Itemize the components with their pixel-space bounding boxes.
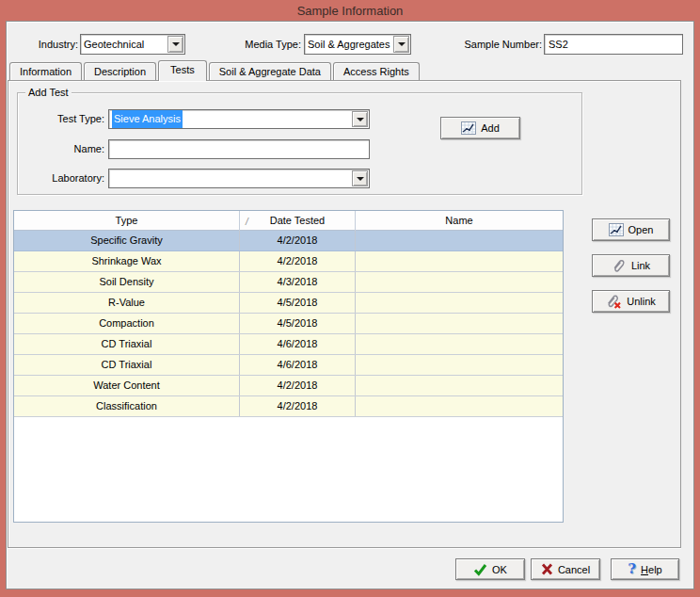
media-type-value: Soil & Aggregates xyxy=(308,36,390,54)
chevron-down-icon[interactable] xyxy=(352,111,368,127)
cell-type: Water Content xyxy=(14,376,240,395)
cell-name xyxy=(356,272,563,292)
tab-description[interactable]: Description xyxy=(84,62,156,80)
tests-table: Type / Date Tested Name Specific Gravity… xyxy=(13,210,564,523)
cell-type: Compaction xyxy=(14,314,240,333)
dialog-body: Industry: Geotechnical Media Type: Soil … xyxy=(6,21,694,589)
cell-name xyxy=(356,314,563,333)
unlink-button-label: Unlink xyxy=(627,296,656,307)
chart-icon xyxy=(461,121,476,135)
table-row[interactable]: Classification4/2/2018 xyxy=(14,396,563,417)
test-type-label: Test Type: xyxy=(24,109,104,129)
slash-sort-indicator: / xyxy=(246,213,248,232)
cell-name xyxy=(356,376,563,395)
tab-tests[interactable]: Tests xyxy=(158,60,207,81)
cell-name xyxy=(356,334,563,354)
paperclip-icon xyxy=(612,258,627,273)
link-button[interactable]: Link xyxy=(592,254,670,277)
ok-button-label: OK xyxy=(492,564,507,575)
cell-type: CD Triaxial xyxy=(14,355,240,375)
check-icon xyxy=(473,563,487,576)
add-test-groupbox: Add Test Test Type: Sieve Analysis Name:… xyxy=(17,92,582,195)
sample-information-window: Sample Information Industry: Geotechnica… xyxy=(0,0,700,597)
table-row[interactable]: CD Triaxial4/6/2018 xyxy=(14,355,563,376)
cell-date-tested: 4/2/2018 xyxy=(240,231,356,250)
column-header-name-label: Name xyxy=(445,215,472,226)
test-type-value: Sieve Analysis xyxy=(112,110,183,128)
column-header-name[interactable]: Name xyxy=(356,211,563,231)
table-row[interactable]: CD Triaxial4/6/2018 xyxy=(14,334,563,355)
open-button-label: Open xyxy=(628,224,654,235)
cancel-button[interactable]: Cancel xyxy=(531,558,600,580)
cell-date-tested: 4/5/2018 xyxy=(240,314,356,333)
cell-date-tested: 4/5/2018 xyxy=(240,293,356,313)
test-table-body: Specific Gravity4/2/2018Shrinkage Wax4/2… xyxy=(14,231,563,417)
cell-date-tested: 4/6/2018 xyxy=(240,334,356,354)
cell-name xyxy=(356,251,563,271)
cell-name xyxy=(356,293,563,313)
unlink-button[interactable]: Unlink xyxy=(592,290,670,313)
tab-soil-aggregate-data[interactable]: Soil & Aggregate Data xyxy=(209,62,331,80)
column-header-date-tested-label: Date Tested xyxy=(270,215,326,226)
link-button-label: Link xyxy=(631,260,650,271)
cell-name xyxy=(356,396,563,416)
name-label: Name: xyxy=(24,139,104,159)
chevron-down-icon[interactable] xyxy=(167,36,183,53)
column-header-type[interactable]: Type xyxy=(14,211,240,231)
table-row[interactable]: Specific Gravity4/2/2018 xyxy=(14,231,563,251)
table-row[interactable]: Compaction4/5/2018 xyxy=(14,314,563,334)
add-test-group-label: Add Test xyxy=(25,86,72,99)
laboratory-label: Laboratory: xyxy=(24,169,104,188)
tab-information[interactable]: Information xyxy=(9,62,82,80)
laboratory-combobox[interactable] xyxy=(108,169,370,188)
help-button-label: Help xyxy=(641,564,662,575)
x-icon xyxy=(541,563,553,575)
tests-tab-panel: Add Test Test Type: Sieve Analysis Name:… xyxy=(8,80,681,548)
cell-date-tested: 4/2/2018 xyxy=(240,396,356,416)
cell-name xyxy=(356,231,563,250)
chevron-down-icon[interactable] xyxy=(352,170,368,186)
table-row[interactable]: R-Value4/5/2018 xyxy=(14,293,563,314)
help-button[interactable]: ? Help xyxy=(611,558,679,580)
title-bar: Sample Information xyxy=(0,0,700,21)
cell-date-tested: 4/3/2018 xyxy=(240,272,356,292)
table-row[interactable]: Water Content4/2/2018 xyxy=(14,376,563,396)
paperclip-x-icon xyxy=(606,294,622,309)
cell-name xyxy=(356,355,563,375)
test-name-input[interactable] xyxy=(108,139,370,159)
tests-table-header: Type / Date Tested Name xyxy=(14,211,563,231)
cell-type: Classification xyxy=(14,396,240,416)
sample-number-input[interactable] xyxy=(544,34,683,55)
cell-type: Soil Density xyxy=(14,272,240,292)
table-row[interactable]: Soil Density4/3/2018 xyxy=(14,272,563,293)
cell-date-tested: 4/2/2018 xyxy=(240,251,356,271)
media-type-combobox[interactable]: Soil & Aggregates xyxy=(304,34,411,55)
cell-date-tested: 4/2/2018 xyxy=(240,376,356,395)
cell-type: Shrinkage Wax xyxy=(14,251,240,271)
cancel-button-label: Cancel xyxy=(558,564,590,575)
question-icon: ? xyxy=(628,562,636,576)
add-button[interactable]: Add xyxy=(440,117,520,139)
table-row[interactable]: Shrinkage Wax4/2/2018 xyxy=(14,251,563,272)
tab-bar: InformationDescriptionTestsSoil & Aggreg… xyxy=(9,59,422,80)
cell-type: CD Triaxial xyxy=(14,334,240,354)
chart-icon xyxy=(609,223,624,236)
window-title: Sample Information xyxy=(297,4,404,18)
test-type-combobox[interactable]: Sieve Analysis xyxy=(108,109,370,129)
open-button[interactable]: Open xyxy=(592,218,670,241)
industry-value: Geotechnical xyxy=(84,36,144,54)
sample-number-label: Sample Number: xyxy=(438,34,542,55)
column-header-date-tested[interactable]: / Date Tested xyxy=(240,211,356,231)
column-header-type-label: Type xyxy=(116,215,138,226)
industry-label: Industry: xyxy=(7,34,78,55)
chevron-down-icon[interactable] xyxy=(393,36,409,53)
cell-type: Specific Gravity xyxy=(14,231,240,250)
cell-type: R-Value xyxy=(14,293,240,313)
cell-date-tested: 4/6/2018 xyxy=(240,355,356,375)
add-button-label: Add xyxy=(481,122,500,134)
industry-combobox[interactable]: Geotechnical xyxy=(80,34,185,55)
ok-button[interactable]: OK xyxy=(455,558,525,580)
media-type-label: Media Type: xyxy=(226,34,301,55)
tab-access-rights[interactable]: Access Rights xyxy=(333,62,420,80)
